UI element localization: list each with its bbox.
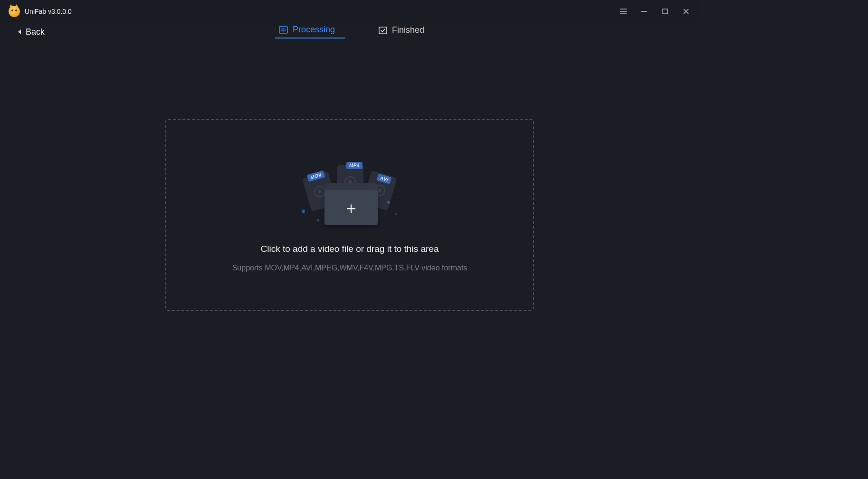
decor-dot — [302, 210, 305, 213]
tabs: Processing Finished — [275, 25, 424, 38]
format-tag-mp4: MP4 — [346, 162, 362, 169]
dropzone-illustration: MOV MP4 AVI ＋ — [300, 157, 400, 229]
nav-bar: Back Processing Finished — [0, 23, 699, 41]
back-label: Back — [26, 27, 45, 37]
window-controls — [619, 7, 691, 16]
finished-icon — [379, 27, 387, 34]
maximize-icon[interactable] — [660, 7, 670, 16]
back-button[interactable]: Back — [18, 27, 45, 37]
minimize-icon[interactable] — [639, 7, 649, 16]
back-arrow-icon — [18, 29, 21, 34]
tab-processing[interactable]: Processing — [275, 25, 345, 38]
dropzone-subtitle: Supports MOV,MP4,AVI,MPEG,WMV,F4V,MPG,TS… — [232, 264, 467, 272]
hamburger-menu-icon[interactable] — [619, 7, 628, 16]
folder-front-icon: ＋ — [324, 190, 378, 225]
svg-rect-7 — [279, 27, 287, 33]
svg-rect-4 — [663, 9, 668, 14]
dropzone-title: Click to add a video file or drag it to … — [261, 244, 439, 254]
dropzone[interactable]: MOV MP4 AVI ＋ Click to add a video file … — [165, 119, 534, 311]
decor-dot — [395, 213, 397, 215]
tab-finished-label: Finished — [392, 25, 424, 35]
title-bar: UniFab v3.0.0.0 — [0, 0, 699, 23]
decor-dot — [387, 201, 390, 204]
close-icon[interactable] — [681, 7, 691, 16]
app-logo-icon — [9, 6, 20, 17]
content-area: MOV MP4 AVI ＋ Click to add a video file … — [0, 41, 699, 311]
tab-processing-label: Processing — [293, 25, 335, 35]
plus-icon: ＋ — [343, 200, 359, 216]
title-left: UniFab v3.0.0.0 — [9, 6, 72, 17]
decor-dot — [317, 219, 319, 221]
svg-rect-10 — [379, 27, 387, 34]
app-title: UniFab v3.0.0.0 — [25, 8, 72, 15]
tab-finished[interactable]: Finished — [379, 25, 424, 38]
processing-icon — [279, 26, 288, 34]
